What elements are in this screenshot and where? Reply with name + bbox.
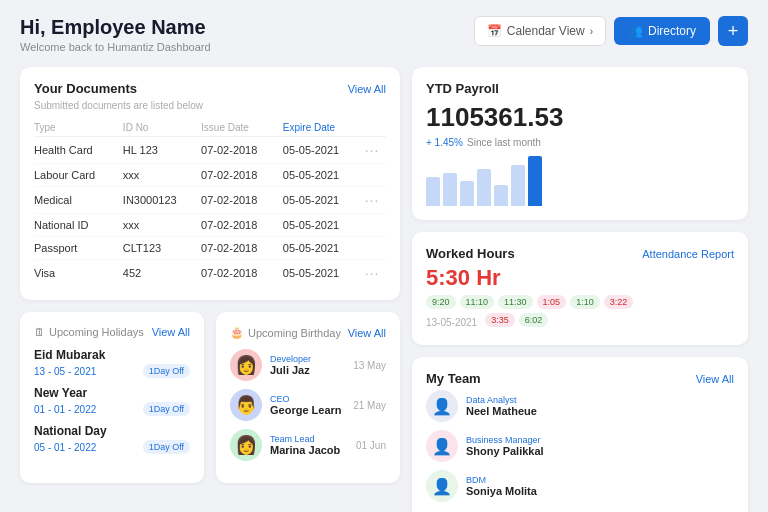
doc-type[interactable]: Labour Card <box>34 164 123 187</box>
payroll-change-label: Since last month <box>467 137 541 148</box>
payroll-card: YTD Payroll 1105361.53 + 1.45% Since las… <box>412 67 748 220</box>
documents-header: Your Documents View All <box>34 81 386 96</box>
team-member-item: 👤 Business Manager Shony Palikkal <box>426 430 734 462</box>
col-expire: Expire Date <box>283 119 365 137</box>
team-view-all[interactable]: View All <box>696 373 734 385</box>
left-column: Your Documents View All Submitted docume… <box>20 67 400 512</box>
team-member-role: BDM <box>466 475 734 485</box>
add-button[interactable]: + <box>718 16 748 46</box>
team-member-item: 👤 BDM Soniya Molita <box>426 470 734 502</box>
chart-bar <box>426 177 440 206</box>
holiday-badge: 1Day Off <box>143 440 190 454</box>
table-row: Labour Card xxx 07-02-2018 05-05-2021 <box>34 164 386 187</box>
worked-hours-badge: 1:05 <box>537 295 567 309</box>
doc-expire: 05-05-2021 <box>283 137 365 164</box>
holiday-name: New Year <box>34 386 190 400</box>
subtitle: Welcome back to Humantiz Dashboard <box>20 41 211 53</box>
holiday-item: National Day 05 - 01 - 2022 1Day Off <box>34 424 190 454</box>
col-issue: Issue Date <box>201 119 283 137</box>
chart-bar <box>528 156 542 206</box>
worked-hours-date: 13-05-2021 <box>426 317 477 328</box>
team-title: My Team <box>426 371 481 386</box>
table-row: Medical IN3000123 07-02-2018 05-05-2021 … <box>34 187 386 214</box>
doc-dots <box>365 164 386 187</box>
directory-button[interactable]: 👥 Directory <box>614 17 710 45</box>
chart-bar <box>460 181 474 206</box>
worked-hours-badges-row1: 9:2011:1011:301:051:103:22 <box>426 295 734 309</box>
holidays-header: 🗓 Upcoming Holidays View All <box>34 326 190 338</box>
team-header: My Team View All <box>426 371 734 386</box>
payroll-change: + 1.45% <box>426 137 463 148</box>
birthday-item: 👩 Developer Juli Jaz 13 May <box>230 349 386 381</box>
doc-type[interactable]: National ID <box>34 214 123 237</box>
doc-dots[interactable]: ··· <box>365 260 386 287</box>
birthdays-title: 🎂 Upcoming Birthday <box>230 326 341 339</box>
avatar: 👩 <box>230 349 262 381</box>
holiday-item: Eid Mubarak 13 - 05 - 2021 1Day Off <box>34 348 190 378</box>
holiday-meta: 01 - 01 - 2022 1Day Off <box>34 402 190 416</box>
team-member-info: Data Analyst Neel Matheue <box>466 395 734 417</box>
calendar-icon: 📅 <box>487 24 502 38</box>
holiday-item: New Year 01 - 01 - 2022 1Day Off <box>34 386 190 416</box>
holiday-name: National Day <box>34 424 190 438</box>
payroll-title: YTD Payroll <box>426 81 734 96</box>
doc-issue: 07-02-2018 <box>201 164 283 187</box>
header-left: Hi, Employee Name Welcome back to Humant… <box>20 16 211 53</box>
worked-hours-amount: 5:30 Hr <box>426 265 734 291</box>
doc-type[interactable]: Visa <box>34 260 123 287</box>
doc-issue: 07-02-2018 <box>201 237 283 260</box>
header: Hi, Employee Name Welcome back to Humant… <box>20 16 748 53</box>
team-list: 👤 Data Analyst Neel Matheue 👤 Business M… <box>426 390 734 502</box>
chart-bar <box>443 173 457 207</box>
calendar-view-button[interactable]: 📅 Calendar View › <box>474 16 606 46</box>
doc-dots <box>365 237 386 260</box>
doc-expire: 05-05-2021 <box>283 164 365 187</box>
birthday-role: CEO <box>270 394 345 404</box>
payroll-meta: + 1.45% Since last month <box>426 137 734 148</box>
avatar: 👨 <box>230 389 262 421</box>
doc-dots[interactable]: ··· <box>365 187 386 214</box>
table-row: National ID xxx 07-02-2018 05-05-2021 <box>34 214 386 237</box>
worked-hours-badge: 1:10 <box>570 295 600 309</box>
holiday-date: 13 - 05 - 2021 <box>34 366 96 377</box>
worked-hours-badge: 6:02 <box>519 313 549 327</box>
team-member-item: 👤 Data Analyst Neel Matheue <box>426 390 734 422</box>
doc-type[interactable]: Passport <box>34 237 123 260</box>
doc-type[interactable]: Health Card <box>34 137 123 164</box>
attendance-report-link[interactable]: Attendance Report <box>642 248 734 260</box>
holiday-badge: 1Day Off <box>143 402 190 416</box>
team-avatar: 👤 <box>426 390 458 422</box>
team-avatar: 👤 <box>426 430 458 462</box>
col-type: Type <box>34 119 123 137</box>
doc-id: HL 123 <box>123 137 201 164</box>
birthdays-list: 👩 Developer Juli Jaz 13 May 👨 CEO George… <box>230 349 386 461</box>
birthday-date: 13 May <box>353 360 386 371</box>
birthday-item: 👩 Team Lead Marina Jacob 01 Jun <box>230 429 386 461</box>
doc-issue: 07-02-2018 <box>201 260 283 287</box>
team-member-role: Data Analyst <box>466 395 734 405</box>
worked-hours-header: Worked Hours Attendance Report <box>426 246 734 261</box>
holidays-list: Eid Mubarak 13 - 05 - 2021 1Day Off New … <box>34 348 190 454</box>
team-member-name: Neel Matheue <box>466 405 734 417</box>
doc-dots[interactable]: ··· <box>365 137 386 164</box>
dashboard: Hi, Employee Name Welcome back to Humant… <box>0 0 768 512</box>
team-member-name: Soniya Molita <box>466 485 734 497</box>
holiday-date: 05 - 01 - 2022 <box>34 442 96 453</box>
holidays-view-all[interactable]: View All <box>152 326 190 338</box>
doc-id: xxx <box>123 214 201 237</box>
table-row: Visa 452 07-02-2018 05-05-2021 ··· <box>34 260 386 287</box>
birthday-info: Developer Juli Jaz <box>270 354 345 376</box>
doc-type[interactable]: Medical <box>34 187 123 214</box>
bottom-left-grid: 🗓 Upcoming Holidays View All Eid Mubarak… <box>20 312 400 483</box>
col-actions <box>365 119 386 137</box>
birthdays-view-all[interactable]: View All <box>348 327 386 339</box>
holidays-card: 🗓 Upcoming Holidays View All Eid Mubarak… <box>20 312 204 483</box>
chart-bar <box>511 165 525 207</box>
birthday-name: Marina Jacob <box>270 444 348 456</box>
people-icon: 👥 <box>628 24 643 38</box>
worked-hours-badge: 11:30 <box>498 295 533 309</box>
doc-expire: 05-05-2021 <box>283 260 365 287</box>
birthdays-header: 🎂 Upcoming Birthday View All <box>230 326 386 339</box>
avatar: 👩 <box>230 429 262 461</box>
documents-view-all[interactable]: View All <box>348 83 386 95</box>
